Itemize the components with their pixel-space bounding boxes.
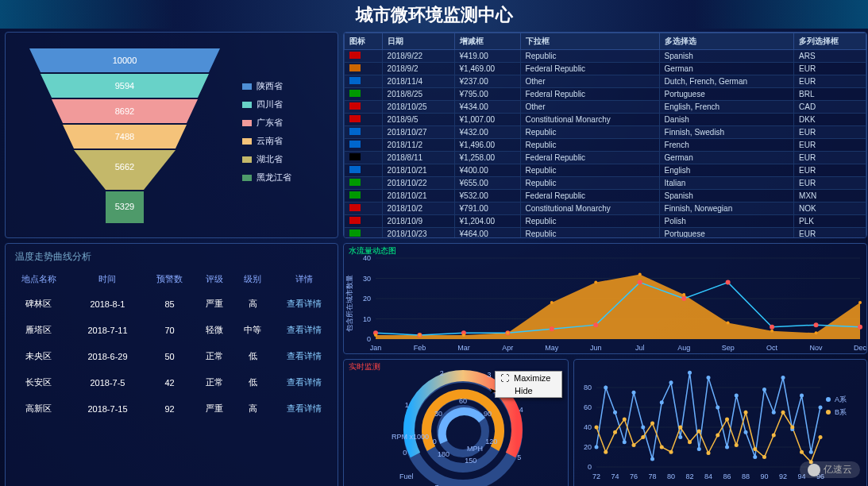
flag-icon [349, 52, 361, 59]
svg-point-52 [594, 281, 597, 284]
svg-text:1: 1 [405, 401, 409, 409]
funnel-panel: 10000 9594 8692 7488 5662 5329 陕西省四川省广东省… [5, 32, 338, 238]
svg-text:3: 3 [487, 371, 491, 379]
svg-text:May: May [545, 344, 559, 352]
svg-point-155 [826, 410, 831, 415]
context-menu[interactable]: ⛶ Maximize ➤ Hide [495, 371, 562, 398]
svg-point-133 [642, 435, 646, 439]
svg-text:Apr: Apr [502, 344, 513, 352]
menu-hide[interactable]: ➤ Hide [496, 384, 561, 397]
svg-point-46 [858, 325, 862, 330]
table-row[interactable]: 2018/10/27¥432.00 RepublicFinnish, Swedi… [345, 126, 866, 139]
table-row[interactable]: 2018/10/23¥464.00 RepublicPortugueseEUR [345, 228, 866, 239]
table-row[interactable]: 2018/10/9¥1,204.00 RepublicPolishPLK [345, 215, 866, 228]
svg-text:86: 86 [723, 472, 731, 480]
table-row[interactable]: 2018/8/11¥1,258.00 Federal RepublicGerma… [345, 152, 866, 164]
detail-link[interactable]: 查看详情 [287, 325, 322, 334]
flag-icon [349, 230, 361, 237]
th-time: 时间 [72, 268, 143, 290]
svg-text:74: 74 [611, 472, 619, 480]
svg-text:5: 5 [517, 453, 521, 461]
detail-link[interactable]: 查看详情 [287, 351, 322, 361]
svg-text:Mar: Mar [457, 344, 470, 352]
legend-swatch [242, 156, 252, 163]
table-row[interactable]: 2018/10/21¥400.00 RepublicEnglishEUR [345, 164, 866, 177]
table-row: 碑林区2018-8-185严重高 查看详情 [7, 291, 336, 316]
svg-point-128 [595, 426, 599, 430]
th-warn: 预警数 [145, 268, 195, 290]
flag-icon [349, 217, 361, 224]
svg-text:30: 30 [363, 275, 371, 283]
table-row[interactable]: 2018/10/22¥655.00 RepublicItalianEUR [345, 177, 866, 190]
svg-text:Aug: Aug [677, 344, 690, 352]
right-bottom: 水流量动态图 包含所在城市数量 010203040 JanFebMarAprMa… [343, 243, 867, 486]
funnel-segments: 10000 9594 8692 7488 5662 5329 [29, 48, 220, 223]
svg-text:0: 0 [588, 463, 592, 471]
svg-text:80: 80 [584, 384, 592, 392]
flag-icon [349, 115, 361, 122]
table-row[interactable]: 2018/9/22¥419.00 RepublicSpanishARS [345, 50, 866, 63]
legend-item[interactable]: 云南省 [242, 135, 330, 147]
legend-item[interactable]: 湖北省 [242, 153, 330, 165]
svg-point-127 [819, 406, 823, 410]
th-amount[interactable]: 增减框 [454, 33, 520, 50]
detail-link[interactable]: 查看详情 [287, 403, 322, 413]
svg-point-137 [679, 426, 683, 430]
table-row[interactable]: 2018/10/21¥532.00 Federal RepublicSpanis… [345, 190, 866, 202]
svg-text:88: 88 [742, 472, 750, 480]
detail-link[interactable]: 查看详情 [287, 377, 322, 387]
svg-text:Dec: Dec [854, 344, 867, 352]
flag-icon [349, 90, 361, 97]
table-row[interactable]: 2018/11/4¥237.00 OtherDutch, French, Ger… [345, 75, 866, 88]
svg-point-58 [858, 301, 862, 304]
svg-text:A系: A系 [835, 395, 847, 403]
th-multicol[interactable]: 多列选择框 [794, 33, 866, 50]
svg-point-49 [462, 334, 465, 337]
flag-icon [349, 153, 361, 160]
table-row[interactable]: 2018/10/2¥791.00 Constitutional Monarchy… [345, 202, 866, 215]
svg-text:10000: 10000 [113, 56, 137, 65]
table-row[interactable]: 2018/8/25¥795.00 Federal RepublicPortugu… [345, 88, 866, 101]
legend-item[interactable]: 黑龙江省 [242, 172, 330, 183]
flag-icon [349, 128, 361, 135]
svg-point-138 [688, 440, 692, 444]
flow-chart: 包含所在城市数量 010203040 JanFebMarAprMayJunJul… [344, 244, 867, 354]
svg-point-116 [716, 406, 720, 410]
legend-item[interactable]: 四川省 [242, 98, 330, 110]
menu-maximize[interactable]: ⛶ Maximize [496, 372, 561, 384]
svg-text:Oct: Oct [766, 344, 778, 352]
svg-text:10: 10 [363, 315, 371, 323]
svg-text:60: 60 [584, 403, 592, 411]
svg-point-107 [632, 391, 636, 395]
svg-point-146 [762, 455, 766, 459]
table-row: 高新区2018-7-1592严重高 查看详情 [7, 396, 336, 421]
svg-text:76: 76 [630, 472, 638, 480]
svg-point-123 [781, 376, 785, 380]
svg-text:120: 120 [485, 438, 497, 446]
legend-item[interactable]: 广东省 [242, 117, 330, 129]
legend-item[interactable]: 陕西省 [242, 80, 330, 92]
svg-point-51 [550, 301, 554, 304]
svg-text:4: 4 [519, 406, 523, 414]
th-date[interactable]: 日期 [382, 33, 454, 50]
svg-text:包含所在城市数量: 包含所在城市数量 [345, 275, 353, 332]
svg-text:92: 92 [779, 472, 787, 480]
svg-text:Fuel: Fuel [399, 472, 414, 480]
svg-point-106 [623, 440, 627, 444]
table-row[interactable]: 2018/9/5¥1,007.00 Constitutional Monarch… [345, 114, 866, 126]
table-row[interactable]: 2018/10/25¥434.00 OtherEnglish, FrenchCA… [345, 101, 866, 114]
detail-link[interactable]: 查看详情 [287, 299, 322, 308]
flag-icon [349, 64, 361, 71]
table-row[interactable]: 2018/9/2¥1,469.00 Federal RepublicGerman… [345, 63, 866, 75]
svg-point-105 [613, 411, 617, 415]
svg-point-108 [642, 426, 646, 430]
data-table[interactable]: 图标 日期 增减框 下拉框 多选择选 多列选择框 2018/9/22¥419.0… [344, 33, 866, 238]
legend-swatch [242, 83, 252, 90]
svg-point-55 [727, 322, 730, 325]
table-row[interactable]: 2018/11/2¥1,496.00 RepublicFrenchEUR [345, 139, 866, 152]
flag-icon [349, 204, 361, 211]
flag-icon [349, 77, 361, 84]
th-icon[interactable]: 图标 [345, 33, 383, 50]
th-multi[interactable]: 多选择选 [659, 33, 793, 50]
th-dropdown[interactable]: 下拉框 [520, 33, 659, 50]
